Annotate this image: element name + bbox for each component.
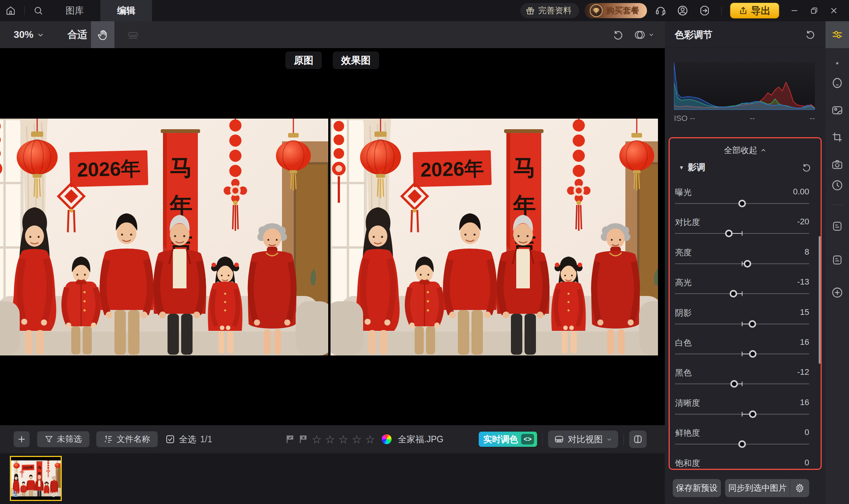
slider-thumb[interactable] [730,290,737,297]
gem-icon [590,4,603,17]
slider-thumb[interactable] [730,380,738,388]
slider-track[interactable] [675,293,809,294]
realtime-color-label: 实时调色 [483,434,518,445]
divider [542,434,543,445]
filter-button[interactable]: 未筛选 [37,431,89,447]
rail-color-adjust[interactable] [826,21,849,48]
section-reset-icon[interactable] [802,163,811,172]
slider-thumb[interactable] [749,410,757,418]
checkbox-checked-icon [165,434,175,444]
complete-profile-pill[interactable]: 完善资料 [520,3,579,18]
original-view-label[interactable]: 原图 [285,52,322,69]
slider-value: 0.00 [793,187,809,198]
slider-zero-tick [742,231,742,236]
section-caret-icon[interactable]: ▼ [679,164,684,171]
buy-plan-label: 购买套餐 [606,5,639,16]
save-preset-button[interactable]: 保存新预设 [673,479,721,497]
rail-camera[interactable] [826,153,849,176]
slider-3: 亮度 8 [675,247,809,258]
slider-track[interactable] [675,354,809,354]
slider-thumb[interactable] [738,200,746,207]
image-canvas[interactable]: 原图 效果图 [0,48,665,425]
panel-title: 色彩调节 [675,28,713,41]
slider-track[interactable] [675,383,809,384]
slider-label: 曝光 [675,187,692,198]
export-button[interactable]: 导出 [730,3,779,19]
restore-button[interactable] [804,0,824,21]
slider-thumb[interactable] [749,350,757,358]
effect-view-label[interactable]: 效果图 [333,52,379,69]
add-photo-button[interactable] [14,431,30,447]
slider-zero-tick [742,291,742,296]
slider-value: 0 [805,427,809,439]
rail-add[interactable] [826,281,849,304]
slider-value: 15 [800,307,809,319]
slider-track[interactable] [675,444,809,445]
slider-thumb[interactable] [738,440,746,448]
sync-settings-gear-button[interactable] [790,479,809,497]
login-arrow-icon[interactable] [696,2,713,19]
sort-icon [104,435,113,444]
rail-crop[interactable] [826,125,849,149]
search-icon[interactable] [28,0,49,21]
slider-2: 对比度 -20 [675,217,809,228]
buy-plan-pill[interactable]: 购买套餐 [584,3,647,18]
thumbnail-selected[interactable]: 1 [10,456,62,501]
rail-preset-2[interactable] [826,248,849,272]
hand-tool-button[interactable] [91,21,114,48]
slider-1: 曝光 0.00 [675,187,809,198]
flag-reject-icon[interactable] [298,434,308,444]
section-title[interactable]: 影调 [688,161,705,173]
rail-active-dot [836,62,838,64]
photo-effect[interactable] [331,119,658,355]
sync-to-selected-button[interactable]: 同步到选中图片 [725,479,790,497]
slider-thumb[interactable] [744,260,751,268]
realtime-color-badge[interactable]: 实时调色 <> [479,432,537,447]
fit-view-button[interactable]: 合适 [67,28,87,41]
slider-5: 阴影 15 [675,307,809,319]
slider-track[interactable] [675,414,809,415]
star-rating[interactable]: ☆ ☆ ☆ ☆ ☆ [312,433,375,446]
slider-value: 8 [805,247,809,258]
flag-pick-icon[interactable] [285,434,295,444]
rail-preset-1[interactable] [826,214,849,238]
color-label-icon[interactable] [382,434,392,444]
slider-track[interactable] [675,233,809,234]
undo-button[interactable] [612,29,624,41]
slider-thumb[interactable] [725,230,733,237]
select-all-control[interactable]: 全选 1/1 [165,434,212,445]
selection-count: 1/1 [200,434,212,445]
minimize-button[interactable] [785,0,804,21]
panel-scrollbar[interactable] [819,236,821,364]
collapse-all-button[interactable]: 全部收起 [670,145,821,156]
split-view-button[interactable] [629,430,647,448]
funnel-icon [45,435,53,443]
close-button[interactable] [824,0,844,21]
exif-right-value: -- [810,114,815,123]
slider-7: 黑色 -12 [675,367,809,379]
rail-image-edit[interactable] [826,99,849,122]
slider-track[interactable] [675,263,809,264]
slider-track[interactable] [675,324,809,324]
photo-original[interactable] [0,119,328,355]
slider-zero-tick [742,352,742,356]
account-icon[interactable] [674,2,691,19]
slider-label: 白色 [675,337,692,349]
panel-reset-icon[interactable] [805,29,816,40]
tab-gallery[interactable]: 图库 [49,0,100,21]
rail-portrait[interactable] [826,71,849,95]
overlay-ruler-tool[interactable] [121,21,145,48]
sort-button[interactable]: 文件名称 [96,431,158,447]
slider-track[interactable] [675,203,809,204]
chevron-up-icon [760,147,766,153]
support-headset-icon[interactable] [652,2,669,19]
rail-history[interactable] [826,174,849,197]
slider-thumb[interactable] [749,320,756,328]
compare-view-button[interactable]: 对比视图 [548,430,618,448]
compare-original-button[interactable] [634,29,654,41]
zoom-level-dropdown[interactable]: 30% [14,29,44,41]
tab-edit[interactable]: 编辑 [100,0,152,21]
split-view-icon [633,434,643,444]
complete-profile-label: 完善资料 [538,5,572,16]
home-icon[interactable] [0,0,21,21]
